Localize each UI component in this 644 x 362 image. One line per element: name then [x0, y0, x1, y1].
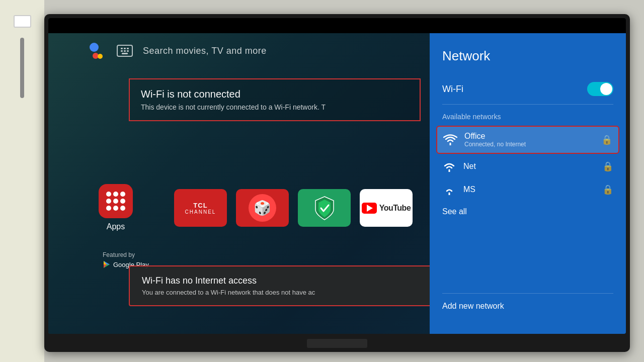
office-network-name: Office	[464, 132, 594, 141]
shield-svg	[313, 196, 336, 221]
network-item-net[interactable]: Net 🔒	[442, 155, 613, 178]
ms-network-info: MS	[463, 185, 595, 194]
toggle-knob	[600, 83, 612, 95]
notif-content: Wi-Fi has no Internet access You are con…	[142, 276, 433, 296]
cable	[20, 38, 24, 98]
net-lock-icon: 🔒	[602, 161, 613, 172]
wifi-alert-title: Wi-Fi is not connected	[141, 88, 409, 100]
notif-desc: You are connected to a Wi-Fi network tha…	[142, 289, 433, 296]
key-row-3	[122, 53, 128, 54]
search-text: Search movies, TV and more	[143, 46, 267, 56]
outlet	[14, 15, 31, 28]
divider-1	[442, 104, 613, 105]
top-letterbox	[48, 18, 626, 33]
wifi-label: Wi-Fi	[442, 84, 463, 95]
network-title: Network	[442, 48, 613, 64]
app2-icon[interactable]: 🎲	[236, 189, 289, 227]
wifi-signal-icon-office	[443, 134, 457, 145]
youtube-logo: YouTube	[362, 203, 411, 214]
add-network-button[interactable]: Add new network	[442, 293, 613, 319]
youtube-app[interactable]: YouTube	[360, 189, 413, 227]
tv-screen: Search movies, TV and more Wi-Fi is not …	[48, 18, 626, 334]
net-network-name: Net	[463, 162, 595, 171]
wifi-toggle[interactable]	[587, 82, 613, 96]
wifi-signal-icon-ms	[442, 184, 456, 195]
tv-bezel: Search movies, TV and more Wi-Fi is not …	[44, 14, 630, 352]
wifi-row: Wi-Fi	[442, 76, 613, 102]
yt-text: YouTube	[379, 204, 411, 213]
featured-label: Featured by	[103, 251, 135, 258]
tcl-text: TCL	[193, 202, 207, 209]
app2-inner: 🎲	[249, 194, 276, 222]
tcl-channel-app[interactable]: TCL CHANNEL	[174, 189, 227, 227]
net-network-info: Net	[463, 162, 595, 171]
cube-icon: 🎲	[254, 200, 271, 216]
app-icons-row: TCL CHANNEL 🎲	[174, 189, 413, 227]
apps-grid	[102, 188, 129, 215]
available-networks-label: Available networks	[442, 107, 613, 125]
key-row-1	[121, 48, 129, 49]
ga-yellow-circle	[98, 54, 103, 59]
wifi-signal-icon-net	[442, 161, 456, 172]
left-wall	[0, 0, 44, 362]
office-network-info: Office Connected, no Internet	[464, 132, 594, 148]
apps-label: Apps	[107, 222, 125, 231]
shield-app[interactable]	[298, 189, 351, 227]
see-all-button[interactable]: See all	[442, 201, 613, 222]
yt-triangle	[367, 205, 373, 212]
wifi-alert-desc: This device is not currently connected t…	[141, 103, 409, 111]
key-row-2	[121, 50, 129, 52]
google-assistant-icon[interactable]	[89, 42, 107, 60]
keyboard-icon[interactable]	[117, 45, 133, 57]
photo-frame: Search movies, TV and more Wi-Fi is not …	[0, 0, 644, 362]
apps-icon[interactable]	[99, 184, 133, 218]
notif-title: Wi-Fi has no Internet access	[142, 276, 433, 286]
network-item-office[interactable]: Office Connected, no Internet 🔒	[436, 126, 619, 154]
network-item-ms[interactable]: MS 🔒	[442, 178, 613, 201]
office-network-status: Connected, no Internet	[464, 141, 594, 148]
apps-section[interactable]: Apps	[99, 184, 133, 231]
google-play-icon	[103, 260, 111, 268]
channel-text: CHANNEL	[185, 209, 216, 215]
network-panel: Network Wi-Fi Available networks	[430, 33, 626, 334]
ms-network-name: MS	[463, 185, 595, 194]
tv-speaker	[307, 339, 367, 348]
yt-play-button	[362, 203, 377, 214]
wifi-not-connected-alert: Wi-Fi is not connected This device is no…	[129, 78, 421, 121]
office-lock-icon: 🔒	[601, 134, 612, 145]
ms-lock-icon: 🔒	[602, 184, 613, 195]
ga-blue-circle	[90, 43, 99, 52]
